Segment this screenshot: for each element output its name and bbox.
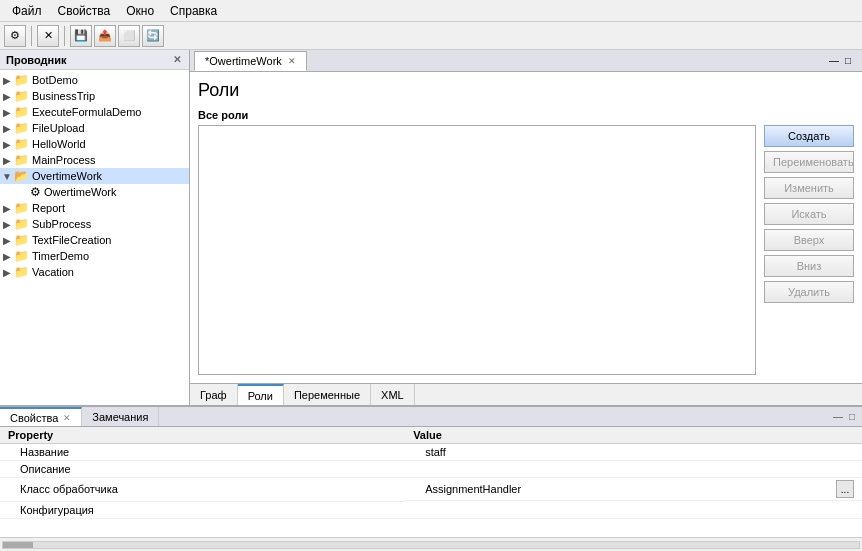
- tree-item-report[interactable]: ▶ 📁 Report: [0, 200, 189, 216]
- tab-overtimework[interactable]: *OwertimeWork ✕: [194, 51, 307, 71]
- delete-icon: ✕: [44, 29, 53, 42]
- sidebar: Проводник ✕ ▶ 📁 BotDemo ▶ 📁 BusinessTrip: [0, 50, 190, 405]
- tree-item-vacation[interactable]: ▶ 📁 Vacation: [0, 264, 189, 280]
- prop-row-handler: Класс обработчика AssignmentHandler ...: [0, 478, 862, 502]
- tab-graph[interactable]: Граф: [190, 384, 238, 405]
- value-col-header: Value: [405, 427, 862, 444]
- tree-label-report: Report: [32, 202, 65, 214]
- bottom-tab-properties[interactable]: Свойства ✕: [0, 407, 82, 426]
- export-button[interactable]: 📤: [94, 25, 116, 47]
- top-area: Проводник ✕ ▶ 📁 BotDemo ▶ 📁 BusinessTrip: [0, 50, 862, 406]
- save-icon: 💾: [74, 29, 88, 42]
- prop-label-description: Описание: [0, 461, 405, 478]
- tree-item-overtimework[interactable]: ▼ 📂 OvertimeWork: [0, 168, 189, 184]
- tree-toggle-executeformula[interactable]: ▶: [0, 107, 14, 118]
- edit-button[interactable]: Изменить: [764, 177, 854, 199]
- menu-file[interactable]: Файл: [4, 2, 50, 20]
- tree-item-helloworld[interactable]: ▶ 📁 HelloWorld: [0, 136, 189, 152]
- tree-label-businesstrip: BusinessTrip: [32, 90, 95, 102]
- prop-value-handler-text: AssignmentHandler: [425, 483, 521, 495]
- menu-bar: Файл Свойства Окно Справка: [0, 0, 862, 22]
- settings-button[interactable]: ⚙: [4, 25, 26, 47]
- bottom-content: Property Value Название staff Описание К…: [0, 427, 862, 537]
- bottom-tab-properties-label: Свойства: [10, 412, 58, 424]
- delete-button[interactable]: Удалить: [764, 281, 854, 303]
- refresh-icon: 🔄: [146, 29, 160, 42]
- tree-label-vacation: Vacation: [32, 266, 74, 278]
- tree-label-fileupload: FileUpload: [32, 122, 85, 134]
- tree-toggle-report[interactable]: ▶: [0, 203, 14, 214]
- folder-icon: 📁: [14, 105, 29, 119]
- tree-item-overtimework-child[interactable]: ⚙ OwertimeWork: [0, 184, 189, 200]
- prop-value-handler[interactable]: AssignmentHandler ...: [405, 478, 862, 501]
- tree-item-textfilecreation[interactable]: ▶ 📁 TextFileCreation: [0, 232, 189, 248]
- tab-bar: *OwertimeWork ✕ — □: [190, 50, 862, 72]
- tree-item-timerdemo[interactable]: ▶ 📁 TimerDemo: [0, 248, 189, 264]
- panel-minimize-button[interactable]: —: [826, 55, 842, 66]
- tree-toggle-subprocess[interactable]: ▶: [0, 219, 14, 230]
- up-button[interactable]: Вверх: [764, 229, 854, 251]
- search-button[interactable]: Искать: [764, 203, 854, 225]
- tree-item-mainprocess[interactable]: ▶ 📁 MainProcess: [0, 152, 189, 168]
- prop-row-description: Описание: [0, 461, 862, 478]
- scrollbar-thumb[interactable]: [3, 542, 33, 548]
- sidebar-close-button[interactable]: ✕: [171, 54, 183, 65]
- bottom-minimize-button[interactable]: —: [830, 411, 846, 422]
- prop-value-name[interactable]: staff: [405, 444, 862, 461]
- bottom-scrollbar[interactable]: [0, 537, 862, 551]
- content-tabs: Граф Роли Переменные XML: [190, 383, 862, 405]
- tree-item-fileupload[interactable]: ▶ 📁 FileUpload: [0, 120, 189, 136]
- rename-button[interactable]: Переименовать: [764, 151, 854, 173]
- settings-icon: ⚙: [10, 29, 20, 42]
- roles-list-box[interactable]: [198, 125, 756, 375]
- tree-toggle-vacation[interactable]: ▶: [0, 267, 14, 278]
- tree-toggle-botdemo[interactable]: ▶: [0, 75, 14, 86]
- save-button[interactable]: 💾: [70, 25, 92, 47]
- tree-item-botdemo[interactable]: ▶ 📁 BotDemo: [0, 72, 189, 88]
- prop-value-description[interactable]: [405, 461, 862, 478]
- tree-toggle-textfilecreation[interactable]: ▶: [0, 235, 14, 246]
- down-button[interactable]: Вниз: [764, 255, 854, 277]
- tab-roles[interactable]: Роли: [238, 384, 284, 405]
- bottom-tab-properties-close[interactable]: ✕: [63, 413, 71, 423]
- tree-label-helloworld: HelloWorld: [32, 138, 86, 150]
- menu-help[interactable]: Справка: [162, 2, 225, 20]
- prop-value-config[interactable]: [405, 501, 862, 518]
- copy-button[interactable]: ⬜: [118, 25, 140, 47]
- section-label: Все роли: [198, 109, 854, 121]
- bottom-maximize-button[interactable]: □: [846, 411, 858, 422]
- tree-item-executeformula[interactable]: ▶ 📁 ExecuteFormulaDemo: [0, 104, 189, 120]
- tree-toggle-helloworld[interactable]: ▶: [0, 139, 14, 150]
- refresh-button[interactable]: 🔄: [142, 25, 164, 47]
- tab-close-button[interactable]: ✕: [288, 56, 296, 66]
- bottom-tabs: Свойства ✕ Замечания — □: [0, 407, 862, 427]
- tree-toggle-mainprocess[interactable]: ▶: [0, 155, 14, 166]
- sidebar-title: Проводник: [6, 54, 171, 66]
- tree-label-executeformula: ExecuteFormulaDemo: [32, 106, 141, 118]
- tree-label-subprocess: SubProcess: [32, 218, 91, 230]
- prop-row-name: Название staff: [0, 444, 862, 461]
- menu-window[interactable]: Окно: [118, 2, 162, 20]
- folder-icon: 📁: [14, 153, 29, 167]
- bottom-tab-notes[interactable]: Замечания: [82, 407, 159, 426]
- sidebar-tree: ▶ 📁 BotDemo ▶ 📁 BusinessTrip ▶ 📁 Execute…: [0, 70, 189, 405]
- folder-icon: 📁: [14, 73, 29, 87]
- tab-xml[interactable]: XML: [371, 384, 415, 405]
- create-button[interactable]: Создать: [764, 125, 854, 147]
- tree-toggle-overtimework[interactable]: ▼: [0, 171, 14, 182]
- scrollbar-track[interactable]: [2, 541, 860, 549]
- folder-open-icon: 📂: [14, 169, 29, 183]
- tree-item-businesstrip[interactable]: ▶ 📁 BusinessTrip: [0, 88, 189, 104]
- menu-properties[interactable]: Свойства: [50, 2, 119, 20]
- tree-item-subprocess[interactable]: ▶ 📁 SubProcess: [0, 216, 189, 232]
- tree-toggle-fileupload[interactable]: ▶: [0, 123, 14, 134]
- sidebar-header: Проводник ✕: [0, 50, 189, 70]
- tab-variables[interactable]: Переменные: [284, 384, 371, 405]
- tree-label-textfilecreation: TextFileCreation: [32, 234, 111, 246]
- handler-browse-button[interactable]: ...: [836, 480, 854, 498]
- tree-toggle-timerdemo[interactable]: ▶: [0, 251, 14, 262]
- tree-label-timerdemo: TimerDemo: [32, 250, 89, 262]
- delete-button[interactable]: ✕: [37, 25, 59, 47]
- tree-toggle-businesstrip[interactable]: ▶: [0, 91, 14, 102]
- panel-maximize-button[interactable]: □: [842, 55, 854, 66]
